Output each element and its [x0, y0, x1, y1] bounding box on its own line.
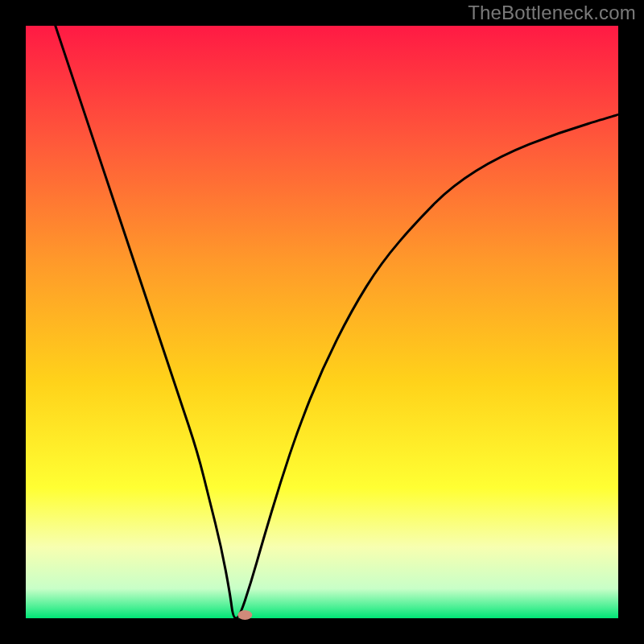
chart-svg [0, 0, 644, 644]
watermark-text: TheBottleneck.com [468, 2, 636, 24]
minimum-marker [237, 610, 252, 620]
plot-area [26, 26, 618, 618]
chart-frame: TheBottleneck.com [0, 0, 644, 644]
